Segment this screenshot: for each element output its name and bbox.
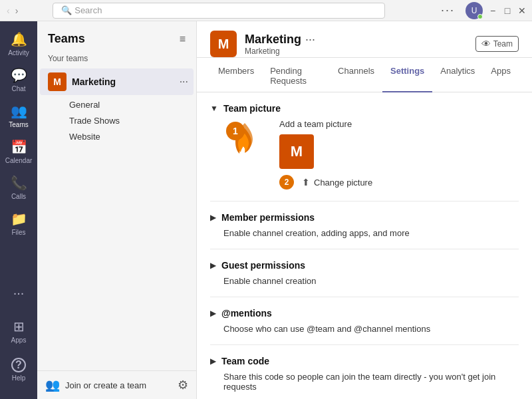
badge-label: Team <box>493 39 513 49</box>
calls-icon: 📞 <box>11 175 27 191</box>
maximize-button[interactable]: □ <box>503 6 512 15</box>
tab-channels[interactable]: Channels <box>330 61 382 92</box>
sidebar-item-help[interactable]: ? Help <box>3 352 35 387</box>
minimize-button[interactable]: − <box>488 6 497 15</box>
add-picture-area: Add a team picture M 2 ⬆ Change picture <box>279 119 375 190</box>
step2-number: 2 <box>279 175 294 190</box>
team-code-header[interactable]: ▶ Team code <box>210 356 519 366</box>
sidebar-footer: 👥 Join or create a team ⚙ <box>37 370 196 399</box>
section-arrow-icon: ▶ <box>210 356 216 366</box>
tabs-bar: Members Pending Requests Channels Settin… <box>197 61 532 92</box>
help-label: Help <box>12 374 26 382</box>
member-permissions-header[interactable]: ▶ Member permissions <box>210 212 519 223</box>
app-container: 🔔 Activity 💬 Chat 👥 Teams 📅 Calendar 📞 C… <box>0 21 532 399</box>
team-picture-title: Team picture <box>223 103 281 114</box>
team-name: Marketing <box>72 76 180 87</box>
upload-icon: ⬆ <box>302 177 310 188</box>
guest-permissions-header[interactable]: ▶ Guest permissions <box>210 260 519 271</box>
help-icon: ? <box>11 358 26 372</box>
files-icon: 📁 <box>11 211 27 227</box>
sidebar-title: Teams <box>48 32 85 46</box>
sidebar-item-files[interactable]: 📁 Files <box>3 206 35 241</box>
search-icon: 🔍 <box>61 5 72 15</box>
team-item-marketing[interactable]: M Marketing ··· <box>40 68 194 95</box>
avatar[interactable]: U <box>466 2 483 19</box>
sidebar-item-more[interactable]: ··· <box>3 275 35 310</box>
activity-label: Activity <box>8 49 29 57</box>
tab-settings[interactable]: Settings <box>382 61 432 92</box>
member-permissions-title: Member permissions <box>221 212 315 223</box>
tab-analytics[interactable]: Analytics <box>432 61 483 92</box>
channel-item-tradeshows[interactable]: Trade Shows <box>64 113 194 128</box>
change-picture-button[interactable]: ⬆ Change picture <box>299 174 375 190</box>
sidebar-item-teams[interactable]: 👥 Teams <box>3 98 35 133</box>
tab-apps[interactable]: Apps <box>483 61 519 92</box>
team-options-button[interactable]: ··· <box>305 33 315 47</box>
section-arrow-icon: ▶ <box>210 261 216 270</box>
chat-icon: 💬 <box>11 67 27 83</box>
presence-indicator <box>477 14 483 19</box>
mentions-title: @mentions <box>221 308 272 319</box>
team-code-section: ▶ Team code Share this code so people ca… <box>210 345 519 399</box>
sidebar: Teams ≡ Your teams M Marketing ··· Gener… <box>37 21 197 399</box>
guest-permissions-body: Enable channel creation <box>210 276 519 286</box>
team-header-name: Marketing ··· <box>245 33 475 47</box>
step2-area: 2 ⬆ Change picture <box>279 174 375 190</box>
mentions-section: ▶ @mentions Choose who can use @team and… <box>210 297 519 345</box>
apps-label: Apps <box>11 336 27 344</box>
more-options-button[interactable]: ··· <box>441 3 455 17</box>
team-picture-body: 1 Add a team picture M <box>210 119 519 190</box>
filter-icon[interactable]: ≡ <box>180 33 186 45</box>
join-icon: 👥 <box>45 378 60 392</box>
guest-permissions-desc: Enable channel creation <box>223 276 519 286</box>
team-picture-header[interactable]: ▼ Team picture <box>210 103 519 114</box>
teams-label: Teams <box>9 121 28 128</box>
section-arrow-icon: ▼ <box>210 104 218 113</box>
team-header-info: Marketing ··· Marketing <box>245 33 475 56</box>
add-picture-label: Add a team picture <box>279 119 352 129</box>
forward-button[interactable]: › <box>14 4 20 17</box>
main-content: M Marketing ··· Marketing 👁 Team Members… <box>197 21 532 399</box>
team-badge: 👁 Team <box>475 36 519 52</box>
channel-item-general[interactable]: General <box>64 97 194 112</box>
join-create-team-button[interactable]: 👥 Join or create a team <box>45 378 146 392</box>
sidebar-item-activity[interactable]: 🔔 Activity <box>3 27 35 61</box>
sidebar-item-chat[interactable]: 💬 Chat <box>3 63 35 97</box>
channel-item-website[interactable]: Website <box>64 129 194 144</box>
team-code-title: Team code <box>221 356 269 366</box>
back-button[interactable]: ‹ <box>5 4 11 17</box>
section-arrow-icon: ▶ <box>210 309 216 318</box>
team-code-desc: Share this code so people can join the t… <box>223 372 519 392</box>
settings-gear-icon[interactable]: ⚙ <box>178 378 188 392</box>
section-arrow-icon: ▶ <box>210 213 216 222</box>
more-icon: ··· <box>13 285 25 301</box>
settings-content: ▼ Team picture 1 <box>197 92 532 399</box>
apps-icon: ⊞ <box>13 319 25 334</box>
tab-pending-requests[interactable]: Pending Requests <box>262 61 330 92</box>
close-button[interactable]: ✕ <box>517 6 527 15</box>
files-label: Files <box>11 229 25 236</box>
search-bar[interactable]: 🔍 Search <box>53 3 385 19</box>
teams-icon: 👥 <box>11 103 27 119</box>
left-rail: 🔔 Activity 💬 Chat 👥 Teams 📅 Calendar 📞 C… <box>0 21 37 399</box>
titlebar-controls: ··· U − □ ✕ <box>441 2 527 19</box>
sidebar-item-apps[interactable]: ⊞ Apps <box>3 314 35 348</box>
sidebar-item-calls[interactable]: 📞 Calls <box>3 170 35 205</box>
sidebar-item-calendar[interactable]: 📅 Calendar <box>3 134 35 169</box>
guest-permissions-title: Guest permissions <box>221 260 305 271</box>
guest-permissions-section: ▶ Guest permissions Enable channel creat… <box>210 249 519 297</box>
mentions-header[interactable]: ▶ @mentions <box>210 308 519 319</box>
step1-number: 1 <box>226 122 245 140</box>
team-picture-preview: M <box>279 134 314 169</box>
calendar-label: Calendar <box>5 157 33 164</box>
team-display-name: Marketing <box>245 33 301 47</box>
join-create-label: Join or create a team <box>65 380 146 390</box>
tab-members[interactable]: Members <box>210 61 262 92</box>
member-permissions-desc: Enable channel creation, adding apps, an… <box>223 228 519 238</box>
team-more-button[interactable]: ··· <box>180 76 188 88</box>
your-teams-label: Your teams <box>37 51 196 68</box>
team-picture-section: ▼ Team picture 1 <box>210 92 519 201</box>
mentions-body: Choose who can use @team and @channel me… <box>210 324 519 334</box>
member-permissions-body: Enable channel creation, adding apps, an… <box>210 228 519 238</box>
change-picture-label: Change picture <box>314 178 372 188</box>
